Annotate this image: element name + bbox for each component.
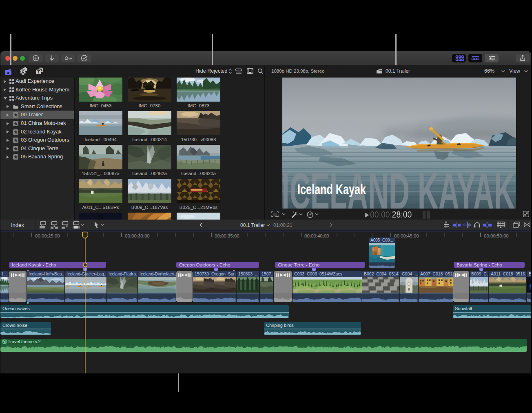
svg-text:Iceland Kayak: Iceland Kayak (297, 181, 366, 197)
svg-text:T: T (37, 69, 40, 74)
svg-text:00:00:50:00: 00:00:50:00 (484, 233, 509, 238)
svg-text:00:00:45:00: 00:00:45:00 (394, 233, 419, 238)
svg-text:00:00:35:00: 00:00:35:00 (215, 233, 239, 238)
svg-text:00:00:40:00: 00:00:40:00 (304, 233, 329, 238)
svg-text:00:00:30:00: 00:00:30:00 (125, 233, 150, 238)
svg-text:00:00:25:00: 00:00:25:00 (35, 233, 60, 238)
